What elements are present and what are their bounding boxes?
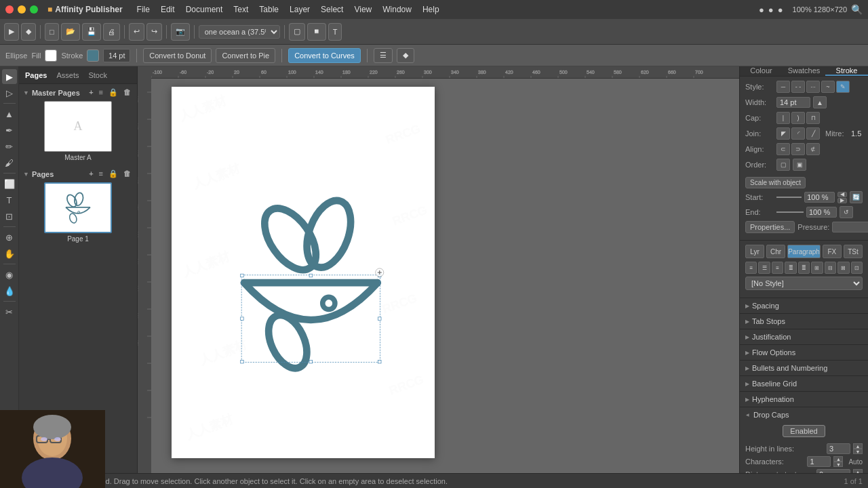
frame-tool[interactable]: ⊡ [2, 209, 17, 224]
align-left-btn[interactable]: ≡ [745, 262, 757, 274]
distance-up-btn[interactable]: ▲ [853, 469, 863, 473]
baseline-grid-header[interactable]: ▶ Baseline Grid [740, 376, 868, 391]
stroke-color-box[interactable] [87, 49, 99, 62]
start-next-btn[interactable]: ▶ [837, 198, 847, 203]
pressure-input[interactable] [832, 222, 868, 232]
master-pages-add-btn[interactable]: + [87, 88, 95, 97]
drop-caps-enabled-btn[interactable]: Enabled [783, 425, 825, 437]
crop-tool[interactable]: ✂ [2, 304, 17, 319]
chars-down-btn[interactable]: ▼ [833, 462, 843, 467]
assets-tab[interactable]: Assets [53, 70, 82, 81]
undo-btn[interactable]: ↩ [129, 23, 144, 41]
convert-to-pie-btn[interactable]: Convert to Pie [216, 48, 275, 63]
master-pages-menu-btn[interactable]: ≡ [97, 88, 105, 97]
minimize-window-btn[interactable] [18, 5, 26, 14]
convert-to-curves-btn[interactable]: Convert to Curves [288, 48, 361, 63]
align-force-btn[interactable]: ⊞ [811, 262, 823, 274]
select-tool-btn[interactable]: ▶ [4, 23, 19, 41]
text-tool[interactable]: T [2, 192, 17, 207]
style-dot-btn[interactable]: ··· [806, 81, 820, 93]
paragraph-style-select[interactable]: [No Style] [745, 277, 863, 290]
distance-input[interactable] [816, 469, 850, 473]
lyr-tab-btn[interactable]: Lyr [745, 245, 764, 258]
stroke-tab[interactable]: Stroke [825, 66, 868, 76]
master-pages-lock-btn[interactable]: 🔒 [106, 88, 120, 97]
pencil-tool[interactable]: ✏ [2, 139, 17, 154]
save-btn[interactable]: 💾 [82, 23, 101, 41]
pen-tool[interactable]: ✒ [2, 123, 17, 138]
brush-tool[interactable]: 🖌 [2, 155, 17, 170]
master-a-thumbnail[interactable]: A [44, 101, 112, 152]
chars-up-btn[interactable]: ▲ [833, 456, 843, 462]
transform-btn[interactable]: T [328, 23, 342, 41]
node-tool[interactable]: ▲ [2, 106, 17, 121]
height-up-btn[interactable]: ▲ [853, 443, 863, 449]
master-pages-delete-btn[interactable]: 🗑 [121, 88, 133, 97]
align-inside-btn[interactable]: ⊂ [776, 143, 790, 155]
align-vert-btn[interactable]: ⊡ [851, 262, 863, 274]
color-picker-tool[interactable]: 💧 [2, 283, 17, 298]
fill-color-box[interactable] [45, 49, 57, 62]
hyphenation-header[interactable]: ▶ Hyphenation [740, 392, 868, 407]
join-round-btn[interactable]: ◜ [791, 127, 805, 140]
page-1-thumbnail[interactable] [44, 182, 112, 233]
height-down-btn[interactable]: ▼ [853, 449, 863, 454]
chr-tab-btn[interactable]: Chr [766, 245, 785, 258]
drop-caps-header[interactable]: ▼ Drop Caps [740, 407, 868, 422]
search-icon[interactable]: 🔍 [851, 4, 863, 15]
align-outside-btn[interactable]: ⊄ [806, 143, 820, 155]
menu-layer[interactable]: Layer [285, 3, 315, 16]
cap-round-btn[interactable]: ) [791, 112, 805, 124]
pages-tab[interactable]: Pages [22, 70, 50, 81]
flow-options-header[interactable]: ▶ Flow Options [740, 345, 868, 360]
join-miter-btn[interactable]: ◤ [776, 127, 790, 140]
properties-btn[interactable]: Properties... [745, 221, 795, 233]
style-dash-btn[interactable]: - - [791, 81, 805, 93]
paragraph-tab-btn[interactable]: Paragraph [787, 245, 821, 258]
new-doc-btn[interactable]: □ [45, 23, 59, 41]
master-a-item[interactable]: A Master A [22, 98, 134, 164]
open-btn[interactable]: 📂 [61, 23, 80, 41]
menu-view[interactable]: View [349, 3, 376, 16]
order-fill-over-btn[interactable]: ▢ [776, 159, 790, 171]
menu-window[interactable]: Window [378, 3, 416, 16]
align-btn[interactable]: ☰ [374, 48, 393, 63]
align-justify-btn[interactable]: ≣ [785, 262, 796, 274]
end-reset-btn[interactable]: ↺ [840, 206, 853, 218]
align-right2-btn[interactable]: ⊠ [837, 262, 849, 274]
stroke-width-input[interactable] [103, 49, 130, 62]
menu-edit[interactable]: Edit [156, 3, 180, 16]
page-1-item[interactable]: Page 1 [22, 180, 134, 245]
view-mode-btn[interactable]: ▢ [289, 23, 305, 41]
shape-tool[interactable]: ⬜ [2, 176, 17, 191]
pan-tool[interactable]: ✋ [2, 246, 17, 261]
print-btn[interactable]: 🖨 [103, 23, 120, 41]
menu-table[interactable]: Table [254, 3, 283, 16]
convert-to-donut-btn[interactable]: Convert to Donut [143, 48, 212, 63]
stroke-width-up-btn[interactable]: ▲ [813, 96, 827, 108]
close-window-btn[interactable] [5, 5, 14, 14]
align-center-btn[interactable]: ⊃ [791, 143, 805, 155]
scale-with-object-btn[interactable]: Scale with object [745, 177, 806, 188]
whale-illustration[interactable] [208, 171, 398, 374]
place-image-btn[interactable]: 📷 [171, 23, 190, 41]
pointer-tool[interactable]: ▶ [2, 69, 17, 84]
start-prev-btn[interactable]: ◀ [837, 192, 847, 197]
stroke-width-field[interactable] [776, 97, 810, 108]
tst-tab-btn[interactable]: TSt [844, 245, 863, 258]
style-custom-btn[interactable]: ~ [821, 81, 835, 93]
menu-select[interactable]: Select [316, 3, 348, 16]
geometry-btn[interactable]: ◆ [397, 48, 414, 63]
justification-header[interactable]: ▶ Justification [740, 329, 868, 344]
pages-delete-btn[interactable]: 🗑 [121, 169, 133, 178]
pages-lock-btn[interactable]: 🔒 [106, 169, 120, 178]
fx-tab-btn[interactable]: FX [823, 245, 842, 258]
menu-help[interactable]: Help [418, 3, 444, 16]
menu-file[interactable]: File [132, 3, 155, 16]
join-bevel-btn[interactable]: ╱ [806, 127, 820, 140]
spacing-header[interactable]: ▶ Spacing [740, 298, 868, 313]
swatches-tab[interactable]: Swatches [783, 66, 825, 76]
redo-btn[interactable]: ↪ [146, 23, 162, 41]
start-lock-btn[interactable]: 🔄 [850, 191, 863, 203]
canvas-area[interactable]: -100 -60 -20 20 60 100 140 180 2 [138, 66, 739, 473]
